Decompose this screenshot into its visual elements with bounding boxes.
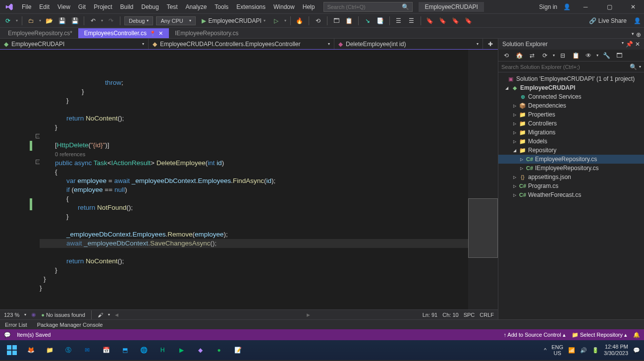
sln-search[interactable]: 🔍 ▾ (498, 61, 644, 72)
menu-build[interactable]: Build (116, 1, 138, 12)
uncomment-button[interactable]: ☰ (407, 16, 417, 26)
sln-refresh-icon[interactable]: ⟳ (540, 51, 550, 60)
tree-item[interactable]: ▷{}appsettings.json (498, 173, 644, 181)
save-all-button[interactable]: 💾 (70, 16, 80, 26)
health-icon[interactable]: ◉ (31, 311, 36, 318)
visualstudio-icon[interactable]: ◆ (192, 342, 208, 358)
notepad-icon[interactable]: 📝 (230, 342, 246, 358)
tb-icon[interactable]: 🔖 (438, 16, 448, 26)
platform-dropdown[interactable]: Any CPU▾ (156, 16, 196, 25)
tab-dropdown-icon[interactable]: ▾ (632, 31, 634, 38)
sln-collapse-icon[interactable]: ⊟ (558, 51, 568, 60)
file-tab[interactable]: EmployeeRepository.cs* (2, 28, 78, 38)
navbar-project-dropdown[interactable]: ◆ EmployeeCRUDAPI▾ (0, 39, 149, 49)
tree-item[interactable]: ▷C#Program.cs (498, 181, 644, 190)
menu-git[interactable]: Git (74, 1, 90, 12)
tree-item[interactable]: ◢📁Repository (498, 146, 644, 155)
bookmark-button[interactable]: 🔖 (425, 16, 435, 26)
menu-view[interactable]: View (54, 1, 74, 12)
menu-window[interactable]: Window (269, 1, 299, 12)
global-search[interactable]: 🔍 (323, 2, 413, 12)
sln-properties-icon[interactable]: 🔧 (601, 51, 611, 60)
run-button[interactable]: ▶ EmployeeCRUDAPI ▾ (199, 16, 268, 25)
tb-icon[interactable]: 🔖 (451, 16, 461, 26)
indent-indicator[interactable]: SPC (464, 312, 475, 318)
mail-icon[interactable]: ✉ (79, 342, 95, 358)
panel-dropdown-icon[interactable]: ▾ (622, 41, 624, 48)
tray-chevron-icon[interactable]: ^ (544, 347, 546, 353)
menu-extensions[interactable]: Extensions (232, 1, 269, 12)
panel-close-icon[interactable]: ✕ (635, 41, 640, 48)
solution-tree[interactable]: ▣Solution 'EmployeeCRUDAPI' (1 of 1 proj… (498, 72, 644, 319)
feedback-icon[interactable]: 👤 (634, 17, 641, 24)
chrome-icon[interactable]: 🌐 (136, 342, 152, 358)
search-input[interactable] (327, 4, 401, 10)
undo-button[interactable]: ↶ (88, 16, 98, 26)
line-indicator[interactable]: Ln: 91 (423, 312, 438, 318)
menu-debug[interactable]: Debug (137, 1, 162, 12)
tree-item[interactable]: ▷C#IEmployeeRepository.cs (498, 164, 644, 173)
close-icon[interactable]: ✕ (159, 30, 163, 37)
live-share-label[interactable]: Live Share (598, 17, 627, 24)
bottom-tab[interactable]: Package Manager Console (32, 321, 108, 329)
tray-notifications-icon[interactable]: 💬 (633, 347, 640, 354)
eol-indicator[interactable]: CRLF (480, 312, 494, 318)
col-indicator[interactable]: Ch: 10 (442, 312, 458, 318)
menu-project[interactable]: Project (90, 1, 116, 12)
tray-lang[interactable]: ENG (551, 344, 563, 350)
code-editor[interactable]: throw; } } return NoContent(); } [HttpDe… (40, 50, 468, 309)
open-file-button[interactable]: 📂 (44, 16, 54, 26)
save-button[interactable]: 💾 (57, 16, 67, 26)
sln-view-icon[interactable]: 🗔 (614, 51, 624, 60)
calendar-icon[interactable]: 📅 (98, 342, 114, 358)
tb-icon[interactable]: 🗔 (331, 16, 341, 26)
sln-back-icon[interactable]: ⟲ (501, 51, 511, 60)
bottom-tab[interactable]: Error List (0, 321, 32, 329)
pin-icon[interactable]: 📍 (150, 31, 156, 36)
menu-file[interactable]: File (18, 1, 35, 12)
tree-item[interactable]: ▷C#EmployeeRepository.cs (498, 155, 644, 164)
config-dropdown[interactable]: Debug▾ (124, 16, 153, 25)
tree-item[interactable]: ▷C#WeatherForecast.cs (498, 190, 644, 199)
sln-home-icon[interactable]: 🏠 (514, 51, 524, 60)
menu-test[interactable]: Test (163, 1, 182, 12)
vscode-icon[interactable]: ⬒ (117, 342, 133, 358)
tray-wifi-icon[interactable]: 📶 (568, 347, 575, 354)
notification-icon[interactable]: 🔔 (633, 332, 640, 338)
repo-dropdown[interactable]: 📁 Select Repository ▴ (572, 332, 627, 338)
tree-item[interactable]: ▷📁Models (498, 137, 644, 146)
sln-preview-icon[interactable]: 👁 (584, 51, 593, 60)
menu-help[interactable]: Help (299, 1, 319, 12)
panel-pin-icon[interactable]: 📌 (626, 41, 633, 48)
menu-analyze[interactable]: Analyze (182, 1, 211, 12)
tray-volume-icon[interactable]: 🔊 (580, 347, 587, 354)
window-maximize-button[interactable]: ▢ (600, 0, 618, 14)
cleanup-icon[interactable]: 🖌 (98, 312, 103, 318)
firefox-icon[interactable]: 🦊 (23, 342, 39, 358)
minimap[interactable] (468, 50, 498, 309)
sln-sync-icon[interactable]: ⇄ (527, 51, 537, 60)
menu-tools[interactable]: Tools (211, 1, 232, 12)
project-node[interactable]: ◢◆EmployeeCRUDAPI (498, 83, 644, 92)
sln-showall-icon[interactable]: 📋 (571, 51, 581, 60)
window-minimize-button[interactable]: ─ (577, 0, 594, 14)
file-tab[interactable]: IEmployeeRepository.cs (169, 28, 245, 38)
solution-root[interactable]: ▣Solution 'EmployeeCRUDAPI' (1 of 1 proj… (498, 74, 644, 83)
tb-icon[interactable]: 🔖 (464, 16, 474, 26)
signin-link[interactable]: Sign in (539, 3, 557, 10)
menu-edit[interactable]: Edit (35, 1, 54, 12)
sln-search-input[interactable] (501, 64, 630, 70)
zoom-dropdown[interactable]: 123 % (4, 312, 19, 318)
comment-button[interactable]: ☰ (394, 16, 404, 26)
issues-indicator[interactable]: ● No issues found (41, 312, 85, 318)
tray-battery-icon[interactable]: 🔋 (592, 347, 599, 354)
tab-overflow-icon[interactable]: ⊕ (636, 31, 641, 38)
nav-back-button[interactable]: ⟳ (3, 16, 13, 26)
navbar-member-dropdown[interactable]: ◆ DeleteEmployee(int id)▾ (334, 39, 483, 49)
tree-item[interactable]: ▷📦Dependencies (498, 101, 644, 110)
run-no-debug-button[interactable]: ▷ (271, 16, 281, 26)
tb-icon[interactable]: 📋 (344, 16, 354, 26)
tree-item[interactable]: ▷📁Properties (498, 110, 644, 119)
tree-item[interactable]: ▷📁Controllers (498, 119, 644, 128)
step-icon[interactable]: ↘ (363, 16, 373, 26)
